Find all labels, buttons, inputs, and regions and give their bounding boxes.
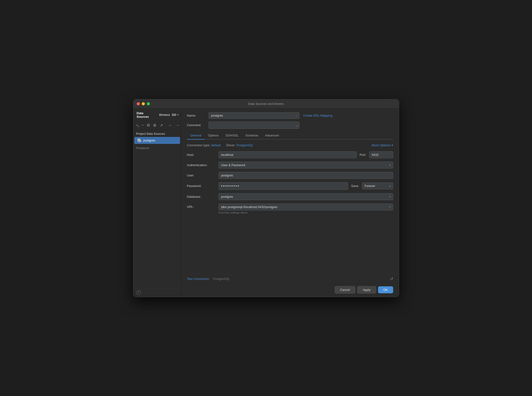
cancel-button[interactable]: Cancel (335, 286, 355, 294)
traffic-lights (137, 102, 150, 105)
port-input[interactable] (369, 151, 393, 158)
help-button[interactable]: ? (136, 290, 141, 295)
authentication-select-wrap: User & Password No auth Username & Key F… (219, 162, 393, 169)
copy-icon: ⧉ (147, 123, 150, 127)
expand-icon: ⤢ (389, 205, 391, 209)
sidebar-item-postgres[interactable]: 🐘 postgres (134, 137, 180, 144)
add-button[interactable]: +▾ (136, 123, 139, 128)
save-select[interactable]: Forever For session Never (362, 182, 393, 189)
connection-type-info: Connection type: default Driver: Postgre… (187, 143, 254, 147)
copy-button[interactable]: ⧉ (146, 122, 150, 128)
url-hint: Overrides settings above (219, 211, 393, 214)
name-input[interactable] (209, 112, 299, 119)
more-options-button[interactable]: More Options ▾ (372, 143, 393, 147)
forward-arrow-icon: → (176, 123, 180, 127)
postgres-icon: 🐘 (137, 138, 141, 143)
host-row: Host: Port: (187, 151, 393, 158)
tabs-bar: General Options SSH/SSL Schemas Advanced (187, 132, 393, 140)
refresh-icon: ↺ (390, 277, 393, 281)
chevron-down-icon: ▾ (392, 143, 393, 147)
authentication-select[interactable]: User & Password No auth Username & Key F… (219, 162, 393, 169)
tab-dd-label: DD (172, 113, 176, 116)
name-input-wrap: ○ (209, 112, 299, 119)
gear-icon: ⚙ (153, 123, 156, 128)
settings-button[interactable]: ⚙ (152, 122, 157, 128)
question-mark-icon: ? (138, 291, 139, 294)
name-row: Name: ○ Create DDL Mapping (187, 112, 393, 119)
chevron-down-icon: ▾ (177, 113, 179, 116)
more-options-label: More Options (372, 143, 390, 147)
close-button[interactable] (137, 102, 140, 105)
create-ddl-link[interactable]: Create DDL Mapping (303, 114, 333, 117)
save-select-wrap: Forever For session Never ▾ (362, 182, 393, 189)
sidebar: Data Sources Drivers DD ▾ +▾ − ⧉ (133, 108, 181, 297)
main-window: Data Sources and Drivers Data Sources Dr… (133, 99, 399, 297)
form-area: Name: ○ Create DDL Mapping Comment: ⤢ (181, 108, 399, 274)
tab-advanced[interactable]: Advanced (262, 132, 282, 140)
postgres-label: postgres (143, 139, 155, 142)
tab-ssh-ssl[interactable]: SSH/SSL (222, 132, 242, 140)
database-label: Database: (187, 195, 216, 198)
user-input[interactable] (219, 172, 393, 179)
url-input-wrap: ⤢ (219, 204, 393, 210)
sidebar-tabs: Data Sources Drivers DD ▾ (133, 108, 181, 121)
connection-type-value[interactable]: default (211, 143, 221, 147)
project-data-sources-label: Project Data Sources (133, 130, 181, 137)
tab-options[interactable]: Options (205, 132, 222, 140)
host-input[interactable] (219, 151, 357, 158)
url-row: URL: ⤢ Overrides settings above (187, 204, 393, 214)
port-label: Port: (360, 153, 366, 157)
plus-icon: +▾ (136, 123, 138, 127)
test-connection-link[interactable]: Test Connection (187, 277, 209, 281)
main-content: Data Sources Drivers DD ▾ +▾ − ⧉ (133, 108, 399, 297)
refresh-button[interactable]: ↺ (390, 277, 393, 281)
export-button[interactable]: ↗ (159, 122, 163, 128)
sidebar-toolbar: +▾ − ⧉ ⚙ ↗ ← (133, 121, 181, 130)
tab-schemas[interactable]: Schemas (242, 132, 262, 140)
authentication-label: Authentication: (187, 163, 216, 167)
tab-data-sources[interactable]: Data Sources (136, 111, 157, 119)
remove-button[interactable]: − (141, 122, 144, 128)
back-button[interactable]: ← (168, 122, 173, 128)
password-input[interactable] (219, 182, 348, 190)
database-select[interactable]: postgres (219, 193, 393, 200)
apply-button[interactable]: Apply (357, 286, 376, 294)
maximize-button[interactable] (147, 102, 150, 105)
url-input[interactable] (219, 204, 393, 210)
expand-icon: ⤢ (296, 124, 298, 128)
driver-value[interactable]: PostgreSQL (236, 143, 253, 147)
connection-type-label: Connection type: (187, 143, 210, 147)
driver-label: Driver: (226, 143, 235, 147)
database-select-wrap: postgres ▾ (219, 193, 393, 200)
problems-label: Problems (133, 144, 181, 152)
password-label: Password: (187, 184, 216, 188)
titlebar: Data Sources and Drivers (133, 99, 399, 108)
comment-input[interactable] (209, 122, 299, 129)
minimize-button[interactable] (142, 102, 145, 105)
comment-label: Comment: (187, 123, 209, 127)
tab-drivers[interactable]: Drivers (158, 112, 171, 117)
user-label: User: (187, 174, 216, 177)
url-label: URL: (187, 204, 216, 209)
tab-dd[interactable]: DD ▾ (172, 113, 179, 116)
save-wrap: Save: Forever For session Never ▾ (351, 182, 393, 189)
name-field-icon: ○ (296, 114, 297, 117)
right-panel: Name: ○ Create DDL Mapping Comment: ⤢ (181, 108, 399, 297)
database-row: Database: postgres ▾ (187, 193, 393, 200)
host-label: Host: (187, 153, 216, 157)
url-area: ⤢ Overrides settings above (219, 204, 393, 214)
tab-general[interactable]: General (187, 132, 205, 140)
ok-button[interactable]: OK (378, 286, 393, 293)
export-icon: ↗ (160, 123, 163, 128)
test-connection-status: PostgreSQL (213, 277, 230, 281)
password-row: Password: Save: Forever For session Neve… (187, 182, 393, 190)
save-label: Save: (351, 184, 359, 188)
authentication-row: Authentication: User & Password No auth … (187, 162, 393, 169)
forward-button[interactable]: → (175, 122, 180, 128)
sidebar-bottom: ? (133, 288, 181, 297)
window-title: Data Sources and Drivers (248, 102, 284, 105)
comment-input-wrap: ⤢ (209, 122, 299, 129)
minus-icon: − (141, 123, 144, 127)
name-label: Name: (187, 114, 209, 117)
back-arrow-icon: ← (169, 123, 172, 127)
